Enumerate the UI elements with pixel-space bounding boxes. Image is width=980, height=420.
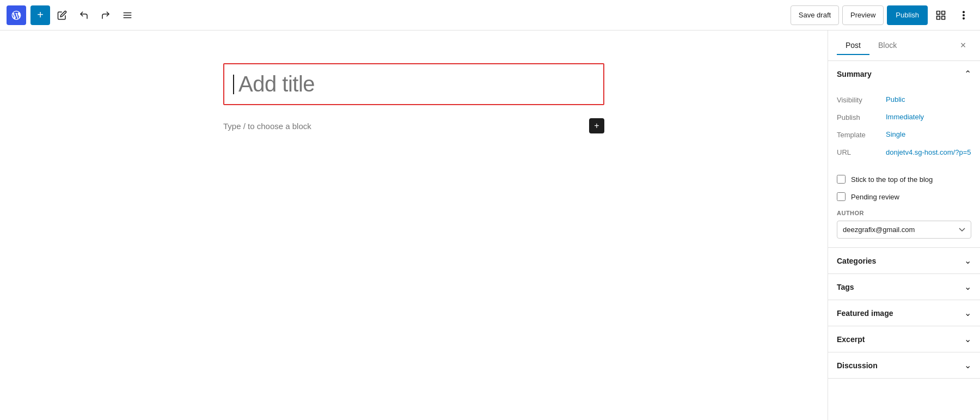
visibility-value[interactable]: Public xyxy=(886,95,971,104)
sidebar-close-button[interactable]: × xyxy=(955,38,971,54)
template-value[interactable]: Single xyxy=(886,130,971,138)
svg-rect-3 xyxy=(937,11,940,14)
template-label: Template xyxy=(837,130,886,139)
featured-image-section: Featured image ⌄ xyxy=(828,300,980,326)
toolbar: + xyxy=(0,0,980,31)
pending-review-label: Pending review xyxy=(851,193,899,201)
publish-value[interactable]: Immediately xyxy=(886,113,971,121)
pending-review-row: Pending review xyxy=(828,188,980,205)
svg-point-9 xyxy=(963,17,965,19)
tags-section: Tags ⌄ xyxy=(828,274,980,300)
publish-row: Publish Immediately xyxy=(837,108,971,126)
editor-inner: Add title Type / to choose a block + xyxy=(223,63,604,138)
edit-button[interactable] xyxy=(52,5,72,25)
more-options-button[interactable] xyxy=(954,5,973,25)
tags-section-title: Tags xyxy=(837,283,854,291)
excerpt-section-title: Excerpt xyxy=(837,335,865,344)
categories-section-header[interactable]: Categories ⌄ xyxy=(828,248,980,273)
settings-toggle-button[interactable] xyxy=(931,5,951,25)
sidebar-tabs: Post Block xyxy=(837,36,905,55)
featured-image-chevron-icon: ⌄ xyxy=(964,308,971,318)
svg-point-8 xyxy=(963,14,965,16)
excerpt-chevron-icon: ⌄ xyxy=(964,334,971,344)
categories-chevron-icon: ⌄ xyxy=(964,255,971,266)
author-section: AUTHOR deezgrafix@gmail.com xyxy=(828,205,980,247)
summary-section-header[interactable]: Summary ⌃ xyxy=(828,61,980,87)
url-value[interactable]: donjetv4.sg-host.com/?p=5 xyxy=(886,148,971,157)
toolbar-left: + xyxy=(7,5,788,25)
featured-image-section-header[interactable]: Featured image ⌄ xyxy=(828,300,980,326)
redo-button[interactable] xyxy=(96,5,115,25)
toolbar-right: Save draft Preview Publish xyxy=(791,5,973,25)
categories-section: Categories ⌄ xyxy=(828,248,980,274)
discussion-section-header[interactable]: Discussion ⌄ xyxy=(828,352,980,378)
preview-button[interactable]: Preview xyxy=(842,5,884,25)
url-label: URL xyxy=(837,148,886,156)
discussion-chevron-icon: ⌄ xyxy=(964,360,971,370)
url-row: URL donjetv4.sg-host.com/?p=5 xyxy=(837,143,971,162)
stick-to-top-label: Stick to the top of the blog xyxy=(851,175,933,184)
block-hint-text: Type / to choose a block xyxy=(223,121,311,131)
add-block-button[interactable]: + xyxy=(30,5,50,25)
publish-label: Publish xyxy=(837,113,886,121)
featured-image-section-title: Featured image xyxy=(837,309,893,318)
list-view-button[interactable] xyxy=(118,5,137,25)
text-cursor xyxy=(233,75,234,94)
tags-chevron-icon: ⌄ xyxy=(964,282,971,292)
excerpt-section: Excerpt ⌄ xyxy=(828,326,980,352)
summary-section: Summary ⌃ Visibility Public Publish Imme… xyxy=(828,61,980,248)
tab-post[interactable]: Post xyxy=(837,36,869,55)
author-label: AUTHOR xyxy=(837,210,971,216)
svg-rect-6 xyxy=(937,16,940,19)
stick-to-top-checkbox[interactable] xyxy=(837,175,846,184)
tags-section-header[interactable]: Tags ⌄ xyxy=(828,274,980,300)
publish-button[interactable]: Publish xyxy=(887,5,928,25)
inline-add-block-button[interactable]: + xyxy=(589,118,604,133)
summary-section-content: Visibility Public Publish Immediately Te… xyxy=(828,87,980,171)
sidebar-header: Post Block × xyxy=(828,31,980,61)
discussion-section: Discussion ⌄ xyxy=(828,352,980,379)
discussion-section-title: Discussion xyxy=(837,361,878,370)
save-draft-button[interactable]: Save draft xyxy=(791,5,839,25)
summary-section-title: Summary xyxy=(837,70,872,78)
visibility-row: Visibility Public xyxy=(837,91,971,108)
main-area: Add title Type / to choose a block + Pos… xyxy=(0,31,980,420)
pending-review-checkbox[interactable] xyxy=(837,192,846,201)
template-row: Template Single xyxy=(837,126,971,143)
title-placeholder: Add title xyxy=(238,72,315,96)
svg-rect-4 xyxy=(942,11,945,14)
sidebar: Post Block × Summary ⌃ Visibility Public… xyxy=(828,31,980,420)
editor-area[interactable]: Add title Type / to choose a block + xyxy=(0,31,828,420)
svg-point-7 xyxy=(963,11,965,13)
visibility-label: Visibility xyxy=(837,95,886,104)
summary-chevron-icon: ⌃ xyxy=(964,69,971,79)
stick-to-top-row: Stick to the top of the blog xyxy=(828,171,980,188)
undo-button[interactable] xyxy=(74,5,94,25)
svg-rect-5 xyxy=(942,16,945,19)
excerpt-section-header[interactable]: Excerpt ⌄ xyxy=(828,326,980,352)
add-block-row: Type / to choose a block + xyxy=(223,114,604,138)
author-select[interactable]: deezgrafix@gmail.com xyxy=(837,221,971,239)
categories-section-title: Categories xyxy=(837,257,876,265)
title-block[interactable]: Add title xyxy=(223,63,604,105)
wp-logo-icon[interactable] xyxy=(7,5,26,25)
tab-block[interactable]: Block xyxy=(869,36,905,55)
